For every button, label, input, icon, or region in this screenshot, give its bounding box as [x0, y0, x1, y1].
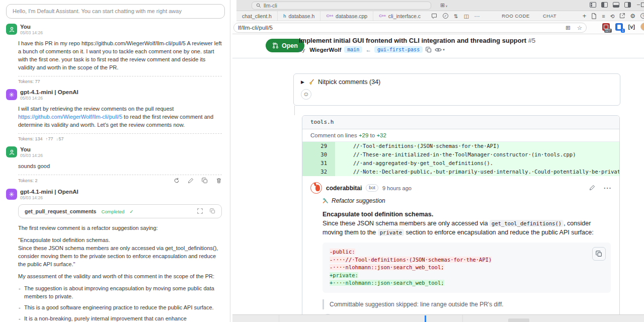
watch-button[interactable]: ▾: [435, 47, 445, 53]
nitpick-details-toggle[interactable]: ▶ Nitpick comments (34): [301, 78, 613, 86]
new-task-icon[interactable]: +: [583, 13, 587, 19]
tab-database-cpp[interactable]: C++ database.cpp: [320, 11, 373, 21]
chat-panel: Hello, I'm Default Assistant. You can st…: [0, 0, 230, 322]
command-center-search[interactable]: llm-cli: [252, 2, 431, 10]
taskbar-item[interactable]: [508, 318, 529, 322]
line-code: //·Note:·Declared·public,·but·primarily·…: [335, 168, 620, 176]
tab-cli-interface-c[interactable]: C++ cli_interface.c: [373, 11, 426, 21]
kebab-menu-icon[interactable]: ⋯: [603, 183, 611, 193]
panel-title-roo-code[interactable]: ROO CODE: [502, 13, 530, 19]
coderabbit-avatar[interactable]: [310, 182, 322, 194]
body-text: Since these JSON schema members are only…: [323, 220, 490, 227]
copy-button[interactable]: [202, 178, 208, 184]
restore-button[interactable]: [641, 3, 644, 7]
line-to-link[interactable]: +32: [376, 132, 386, 138]
quote-line: Since these JSON schema members are only…: [18, 244, 222, 268]
quoted-review-comment: "Encapsulate tool definition schemas. Si…: [18, 236, 222, 268]
merge-arrow: ←: [365, 47, 371, 53]
extension-icon-v[interactable]: [v]: [628, 24, 635, 30]
page-actions-icon[interactable]: ⊞: [566, 24, 571, 31]
toggle-panel-icon[interactable]: [613, 2, 619, 8]
comment-author[interactable]: coderabbitai: [326, 185, 362, 192]
regenerate-button[interactable]: [174, 178, 180, 184]
edit-button[interactable]: [188, 178, 194, 184]
copy-branch-button[interactable]: [426, 47, 432, 53]
profile-avatar[interactable]: [640, 23, 644, 31]
comment-timestamp[interactable]: 9 hours ago: [382, 185, 412, 191]
reaction-button[interactable]: ☺: [301, 89, 311, 100]
nitpick-label: Nitpick comments (34): [318, 78, 380, 86]
timestamp: 05/03 14:26: [20, 30, 43, 36]
message-link[interactable]: https://github.com/WiegerWolf/llm-cli/pu…: [18, 114, 122, 120]
pr-subtitle: by WiegerWolf main ← gui-first-pass ▾: [299, 46, 639, 53]
diff-line: 29//·Tool·definitions·(JSON·schemas·for·…: [302, 142, 619, 150]
message-text-segment: I will start by retrieving the review co…: [18, 106, 174, 112]
base-branch-chip[interactable]: main: [344, 46, 362, 53]
list-item: It is a non-breaking, purely internal im…: [18, 314, 222, 322]
vscode-window: llm-cli ⊞∨ – chat_client.h h database.h: [236, 0, 644, 21]
taskbar-active-indicator: [425, 315, 426, 322]
tokens-down-count: 57: [59, 136, 64, 141]
check-circle-icon[interactable]: ✓: [443, 13, 448, 19]
c-file-icon: C++: [379, 14, 386, 18]
chat-input[interactable]: Hello, I'm Default Assistant. You can st…: [6, 4, 225, 19]
browser-window: lf/llm-cli/pull/5 ⊞ ☆ 127 1 [v] Open: [232, 21, 644, 314]
tool-call-card[interactable]: get_pull_request_comments Completed ✓: [18, 204, 222, 218]
new-file-icon[interactable]: [591, 13, 597, 19]
tokens-count: Tokens: 134: [18, 136, 43, 141]
comment-body: coderabbitai bot 9 hours ago ⋯ Refactor …: [302, 176, 619, 314]
minimize-button[interactable]: –: [637, 1, 640, 7]
comment-header: coderabbitai bot 9 hours ago: [310, 182, 611, 194]
comment-on-lines: Comment on lines +29 to +32: [302, 129, 619, 142]
extension-icon-red[interactable]: 127: [602, 23, 610, 31]
help-icon[interactable]: ?: [640, 13, 644, 19]
tab-database-h[interactable]: h database.h: [278, 11, 320, 21]
search-icon: [256, 3, 261, 8]
expand-button[interactable]: [197, 207, 203, 216]
profile-button[interactable]: ⊞∨: [440, 2, 448, 9]
split-editor-icon[interactable]: ◫: [464, 13, 469, 19]
header-file-icon: h: [283, 14, 286, 19]
taskbar-separator: [279, 315, 279, 322]
diff-line: 30//·These·are·initialized·in·the·ToolMa…: [302, 150, 619, 159]
panel-title-chat[interactable]: CHAT: [543, 13, 556, 19]
compare-changes-icon[interactable]: ⇅: [454, 13, 458, 19]
url-bar[interactable]: lf/llm-cli/pull/5 ⊞ ☆: [233, 23, 587, 33]
bookmark-star-icon[interactable]: ☆: [577, 24, 582, 31]
tab-chat-client-h[interactable]: chat_client.h: [236, 11, 278, 21]
copy-button[interactable]: [210, 207, 215, 216]
edit-comment-button[interactable]: [589, 184, 595, 193]
diff-addition-line: +private:: [330, 272, 604, 280]
browser-extensions: 127 1 [v]: [602, 23, 644, 31]
more-actions-icon[interactable]: ⋯: [474, 13, 480, 19]
head-branch-chip[interactable]: gui-first-pass: [374, 46, 423, 53]
pr-author[interactable]: WiegerWolf: [309, 47, 341, 53]
file-header[interactable]: tools.h: [302, 116, 619, 129]
taskbar-separator: [462, 315, 463, 322]
comment-on-label: Comment on lines: [310, 132, 359, 138]
delete-button[interactable]: [216, 178, 222, 184]
chevron-down-icon: ∨: [445, 4, 447, 8]
comment-icon[interactable]: [431, 13, 437, 19]
diff-line: 31//·and·aggregated·by·get_tool_definiti…: [302, 159, 619, 168]
diff-deletion-line: -public:: [330, 248, 604, 256]
chevron-down-icon: ▾: [443, 48, 445, 52]
toggle-sidebar-right-icon[interactable]: [624, 2, 631, 8]
copy-suggestion-button[interactable]: [592, 247, 606, 261]
customize-layout-icon[interactable]: [590, 2, 596, 8]
comment-on-label: to: [368, 132, 376, 138]
taskbar: [232, 314, 644, 322]
list-icon[interactable]: ≡: [602, 13, 605, 19]
extension-icon-blue[interactable]: 1: [615, 23, 623, 31]
timeline-connector: [294, 106, 295, 115]
open-in-editor-icon[interactable]: [619, 13, 625, 19]
line-from-link[interactable]: +29: [359, 132, 369, 138]
toggle-sidebar-left-icon[interactable]: [601, 2, 608, 8]
tokens-up-count: 77: [48, 136, 53, 141]
tokens-count: Tokens: 2: [18, 178, 38, 183]
eye-icon: [435, 47, 442, 53]
history-icon[interactable]: ⟲: [610, 13, 614, 19]
tokens-up-icon: ↑: [46, 137, 48, 141]
pr-state-label: Open: [282, 42, 298, 49]
settings-gear-icon[interactable]: ⚙: [630, 13, 635, 20]
